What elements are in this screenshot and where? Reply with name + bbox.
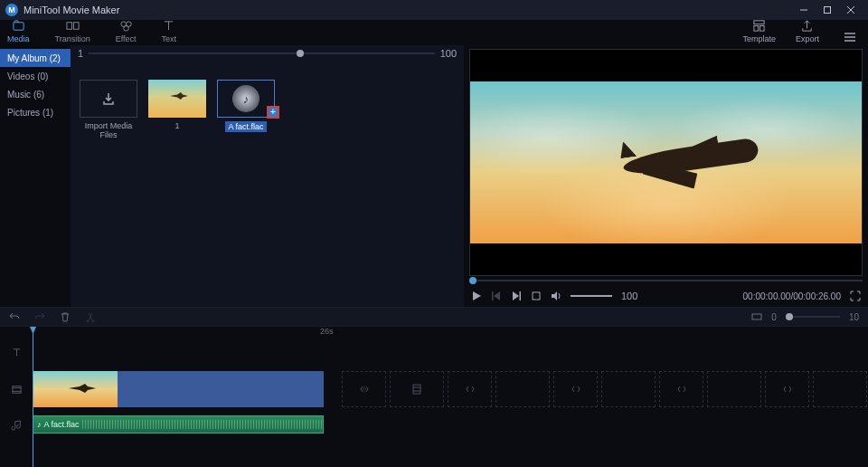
redo-button[interactable] (34, 311, 45, 322)
transition-drop-zone[interactable] (765, 371, 809, 407)
text-track[interactable] (0, 338, 868, 367)
template-button[interactable]: Template (742, 19, 776, 43)
audio-track[interactable]: ♪ A fact.flac (0, 412, 868, 437)
svg-marker-22 (552, 291, 557, 300)
import-media-button[interactable]: Import Media Files (80, 80, 137, 139)
svg-point-9 (123, 26, 128, 32)
export-label: Export (796, 34, 819, 43)
tab-media-label: Media (7, 34, 30, 43)
svg-rect-6 (73, 23, 79, 30)
minimize-button[interactable] (792, 0, 816, 20)
album-zoom-max: 100 (440, 48, 457, 59)
split-button[interactable] (85, 311, 96, 322)
close-button[interactable] (839, 0, 863, 20)
volume-value: 100 (621, 291, 637, 301)
svg-rect-12 (760, 26, 765, 32)
audio-track-icon (0, 419, 33, 431)
preview-screen[interactable] (469, 49, 863, 276)
import-label: Import Media Files (80, 121, 137, 139)
video-track-icon (0, 384, 33, 396)
media-thumb-picture[interactable]: 1 (148, 80, 206, 130)
sidebar-item-pictures[interactable]: Pictures (1) (0, 103, 71, 121)
album-panel: 1 100 Import Media Files 1 + A fact.flac (71, 45, 464, 307)
svg-rect-25 (752, 314, 761, 319)
svg-rect-26 (12, 386, 20, 392)
timeline-zoom-max: 10 (849, 312, 859, 322)
timecode: 00:00:00.00/00:00:26.00 (743, 291, 841, 301)
export-button[interactable]: Export (796, 19, 819, 43)
template-label: Template (742, 34, 776, 43)
waveform (82, 420, 323, 429)
prev-frame-button[interactable] (491, 291, 502, 301)
svg-rect-10 (754, 21, 764, 24)
timeline-toolbar: 0 10 (0, 307, 868, 327)
video-clip[interactable] (33, 371, 324, 407)
clip-drop-zone[interactable] (495, 371, 550, 407)
tab-media[interactable]: Media (7, 19, 30, 43)
next-frame-button[interactable] (511, 291, 522, 301)
sidebar-item-videos[interactable]: Videos (0) (0, 67, 71, 85)
tab-text-label: Text (162, 34, 177, 43)
undo-button[interactable] (9, 311, 20, 322)
svg-rect-21 (533, 292, 540, 300)
svg-marker-16 (473, 291, 481, 300)
transition-drop-zone[interactable] (553, 371, 598, 407)
svg-point-23 (87, 320, 89, 322)
main-toolbar: Media Transition Effect Text Template Ex… (0, 20, 868, 45)
svg-marker-19 (513, 291, 519, 300)
play-button[interactable] (471, 291, 482, 301)
media-thumb-audio[interactable]: + A fact.flac (217, 80, 275, 132)
transition-drop-zone[interactable] (659, 371, 703, 407)
music-note-icon: ♪ (37, 420, 42, 429)
tab-effect[interactable]: Effect (116, 19, 137, 43)
tab-effect-label: Effect (116, 34, 137, 43)
titlebar: M MiniTool Movie Maker (0, 0, 868, 20)
fullscreen-button[interactable] (850, 291, 861, 301)
volume-icon[interactable] (551, 291, 561, 301)
playhead[interactable] (33, 327, 33, 467)
clip-drop-zone[interactable] (707, 371, 761, 407)
transition-drop-zone[interactable] (448, 371, 492, 407)
video-track[interactable] (0, 367, 868, 412)
transition-drop-zone[interactable] (342, 371, 386, 407)
svg-rect-11 (754, 26, 759, 32)
album-zoom-row: 1 100 (71, 45, 464, 62)
svg-rect-18 (492, 291, 494, 300)
svg-rect-20 (520, 291, 522, 300)
svg-marker-17 (494, 291, 500, 300)
svg-rect-29 (413, 385, 420, 394)
album-zoom-min: 1 (78, 48, 83, 59)
app-title: MiniTool Movie Maker (24, 5, 792, 15)
preview-panel: 100 00:00:00.00/00:00:26.00 (464, 45, 868, 307)
clip-drop-zone[interactable] (601, 371, 656, 407)
media-thumb-picture-label: 1 (175, 121, 179, 130)
text-track-icon (0, 347, 33, 358)
sidebar-item-music[interactable]: Music (6) (0, 85, 71, 103)
tab-transition-label: Transition (55, 34, 90, 43)
ruler-mark: 26s (320, 327, 334, 336)
sidebar-item-my-album[interactable]: My Album (2) (0, 49, 71, 67)
timeline-zoom-slider[interactable] (786, 316, 840, 318)
audio-clip[interactable]: ♪ A fact.flac (33, 415, 324, 434)
add-to-timeline-badge[interactable]: + (267, 106, 279, 119)
tab-text[interactable]: Text (162, 19, 177, 43)
svg-point-24 (92, 320, 94, 322)
clip-drop-zone[interactable] (813, 371, 867, 407)
hamburger-menu-button[interactable] (839, 31, 861, 43)
maximize-button[interactable] (816, 0, 839, 20)
svg-rect-1 (825, 7, 831, 14)
seek-bar[interactable] (469, 276, 863, 285)
album-zoom-slider[interactable] (89, 52, 435, 54)
timeline-ruler[interactable]: 26s (0, 327, 868, 338)
svg-rect-4 (14, 23, 24, 30)
fit-timeline-button[interactable] (751, 311, 762, 322)
app-logo: M (5, 4, 18, 16)
disc-icon (232, 85, 259, 112)
album-grid: Import Media Files 1 + A fact.flac (71, 62, 464, 307)
tab-transition[interactable]: Transition (55, 19, 90, 43)
stop-button[interactable] (531, 291, 542, 301)
upper-region: My Album (2) Videos (0) Music (6) Pictur… (0, 45, 868, 307)
volume-slider[interactable] (571, 295, 612, 297)
delete-button[interactable] (60, 311, 71, 322)
clip-drop-zone[interactable] (390, 371, 444, 407)
